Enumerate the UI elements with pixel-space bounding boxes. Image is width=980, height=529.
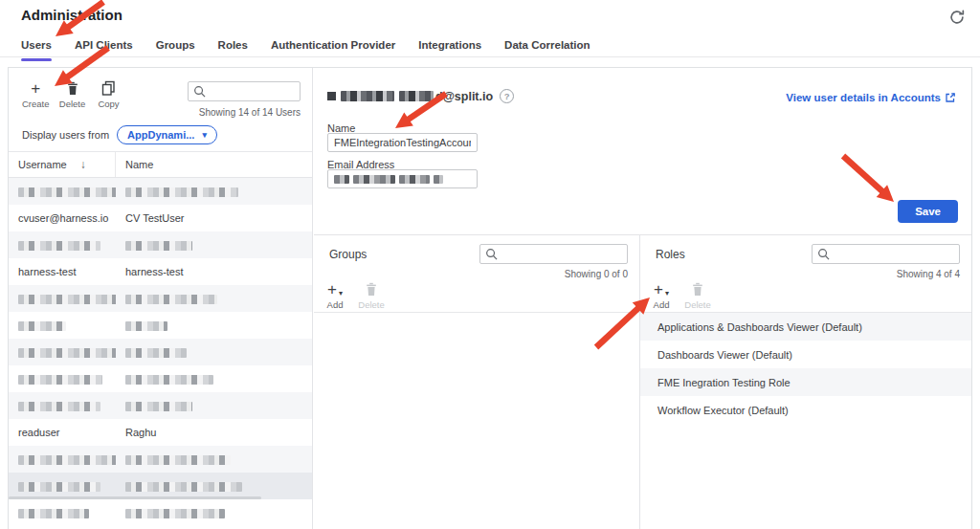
user-row[interactable] xyxy=(9,473,312,499)
name-field[interactable] xyxy=(327,133,478,152)
user-row[interactable] xyxy=(9,499,312,526)
user-row[interactable]: harness-testharness-test xyxy=(9,258,312,285)
user-row-username xyxy=(9,400,116,411)
user-row-name: Raghu xyxy=(116,427,312,438)
user-row[interactable] xyxy=(9,178,312,205)
sort-descending-icon: ↓ xyxy=(80,158,86,171)
display-users-label: Display users from xyxy=(22,129,109,141)
redacted-block xyxy=(434,175,443,184)
user-row[interactable] xyxy=(9,339,312,365)
chevron-down-icon: ▾ xyxy=(202,131,207,139)
redacted-block xyxy=(399,91,434,101)
roles-search-input[interactable] xyxy=(834,249,954,260)
save-button[interactable]: Save xyxy=(898,200,958,223)
email-field[interactable] xyxy=(327,169,478,188)
tab-users[interactable]: Users xyxy=(21,38,52,56)
add-group-button[interactable]: +▾ Add xyxy=(322,280,348,310)
search-icon xyxy=(485,248,498,260)
administration-page: Administration UsersAPI ClientsGroupsRol… xyxy=(0,0,980,529)
redacted-block xyxy=(18,295,116,304)
groups-count-label: Showing 0 of 0 xyxy=(565,269,628,279)
user-row-name xyxy=(116,453,312,465)
role-row[interactable]: FME Inegration Testing Role xyxy=(640,368,971,396)
roles-toolbar: +▾ Add Delete xyxy=(648,280,711,310)
user-search-box xyxy=(188,81,301,101)
user-row-name xyxy=(116,293,312,304)
groups-search-box xyxy=(479,244,628,264)
groups-search-input[interactable] xyxy=(501,249,622,260)
tab-api-clients[interactable]: API Clients xyxy=(75,38,133,56)
user-row-name xyxy=(116,373,312,385)
chevron-down-icon: ▾ xyxy=(339,290,343,298)
redacted-block xyxy=(125,402,192,411)
redacted-block xyxy=(18,241,100,251)
redacted-block xyxy=(125,348,187,358)
redacted-block xyxy=(18,321,66,331)
refresh-button[interactable] xyxy=(947,7,969,28)
groups-roles-sections: Groups Showing 0 of 0 +▾ xyxy=(314,234,971,529)
redacted-block xyxy=(18,509,89,518)
tab-integrations[interactable]: Integrations xyxy=(418,38,481,56)
user-row[interactable] xyxy=(9,231,312,258)
add-role-button[interactable]: +▾ Add xyxy=(648,280,675,310)
role-row[interactable]: Applications & Dashboards Viewer (Defaul… xyxy=(640,313,971,341)
redacted-block xyxy=(18,375,102,385)
redacted-block xyxy=(125,241,192,251)
user-row-username xyxy=(9,480,116,492)
plus-icon: +▾ xyxy=(654,280,669,298)
user-row-name xyxy=(116,480,312,492)
tab-authentication-provider[interactable]: Authentication Provider xyxy=(271,38,395,56)
user-toolbar: + Create Delete xyxy=(22,79,122,109)
user-row-username: cvuser@harness.io xyxy=(9,212,116,224)
roles-count-label: Showing 4 of 4 xyxy=(897,269,960,279)
user-row[interactable]: cvuser@harness.ioCV TestUser xyxy=(9,205,312,231)
user-search-input[interactable] xyxy=(210,86,295,98)
user-row[interactable] xyxy=(9,392,312,419)
redacted-block xyxy=(125,187,238,197)
user-email-heading: d@split.io ? xyxy=(327,89,514,103)
trash-icon xyxy=(690,280,705,298)
redacted-block xyxy=(334,175,349,184)
user-row[interactable] xyxy=(9,285,312,312)
role-row[interactable]: Workflow Executor (Default) xyxy=(640,396,971,424)
copy-user-button[interactable]: Copy xyxy=(96,79,122,109)
horizontal-scrollbar-thumb[interactable] xyxy=(9,496,261,499)
create-user-button[interactable]: + Create xyxy=(22,79,50,109)
tab-groups[interactable]: Groups xyxy=(156,38,195,56)
user-row-username: harness-test xyxy=(9,266,116,277)
user-row-name xyxy=(116,400,312,411)
user-row-username xyxy=(9,293,116,304)
redacted-block xyxy=(18,187,116,197)
refresh-icon xyxy=(947,8,969,27)
user-row-name xyxy=(116,186,312,197)
user-row-name xyxy=(116,239,312,251)
redacted-block xyxy=(399,175,430,184)
plus-icon: + xyxy=(31,79,40,97)
user-source-dropdown[interactable]: AppDynami... ▾ xyxy=(117,125,217,144)
help-icon[interactable]: ? xyxy=(500,89,514,103)
user-row[interactable] xyxy=(9,365,312,392)
column-header-username[interactable]: Username ↓ xyxy=(9,152,116,177)
user-list-panel: + Create Delete xyxy=(9,68,313,529)
user-row[interactable] xyxy=(9,312,312,339)
role-row[interactable]: Dashboards Viewer (Default) xyxy=(640,341,971,368)
user-row-username xyxy=(9,186,116,197)
column-header-name[interactable]: Name xyxy=(116,159,153,170)
redacted-block xyxy=(327,92,336,100)
user-row-username xyxy=(9,346,116,358)
user-row[interactable] xyxy=(9,446,312,473)
tab-bar: UsersAPI ClientsGroupsRolesAuthenticatio… xyxy=(0,38,980,57)
delete-user-button[interactable]: Delete xyxy=(59,79,86,109)
chevron-down-icon: ▾ xyxy=(665,290,669,298)
groups-title: Groups xyxy=(329,248,367,261)
view-user-details-link[interactable]: View user details in Accounts xyxy=(786,92,956,103)
copy-icon xyxy=(100,79,117,97)
groups-toolbar: +▾ Add Delete xyxy=(322,280,385,310)
tab-data-correlation[interactable]: Data Correlation xyxy=(504,38,590,56)
divider xyxy=(314,312,639,313)
tab-roles[interactable]: Roles xyxy=(218,38,248,56)
roles-section: Roles Showing 4 of 4 +▾ xyxy=(640,235,971,529)
user-row[interactable]: readuserRaghu xyxy=(9,419,312,446)
redacted-block xyxy=(125,509,225,518)
external-link-icon xyxy=(945,92,956,103)
